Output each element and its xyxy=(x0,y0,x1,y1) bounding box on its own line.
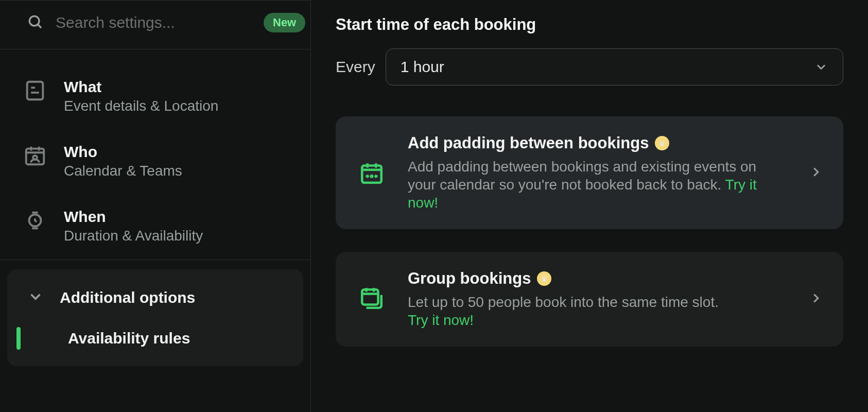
try-it-link[interactable]: Try it now! xyxy=(408,312,474,328)
new-badge: New xyxy=(264,13,305,32)
card-title: Add padding between bookings xyxy=(408,134,649,152)
section-title: Start time of each booking xyxy=(336,15,843,34)
search-icon xyxy=(27,13,43,32)
nav-subtitle: Calendar & Teams xyxy=(64,163,182,179)
nav-item-what[interactable]: What Event details & Location xyxy=(0,65,310,130)
calendar-padding-icon xyxy=(358,160,385,186)
select-value: 1 hour xyxy=(401,58,444,76)
svg-rect-2 xyxy=(27,82,43,100)
card-add-padding[interactable]: Add padding between bookings ♛ Add paddi… xyxy=(336,116,843,229)
chevron-right-icon xyxy=(808,290,824,308)
chevron-right-icon xyxy=(808,164,824,182)
nav-list: What Event details & Location Who Calend… xyxy=(0,49,310,260)
svg-rect-5 xyxy=(26,149,44,165)
active-indicator xyxy=(16,327,21,350)
search-input[interactable] xyxy=(56,14,251,31)
svg-point-0 xyxy=(29,16,39,26)
main-content: Start time of each booking Every 1 hour … xyxy=(311,0,868,412)
additional-options-toggle[interactable]: Additional options xyxy=(7,284,303,323)
chevron-down-icon xyxy=(814,60,828,74)
interval-select[interactable]: 1 hour xyxy=(386,48,843,85)
nav-title: When xyxy=(64,208,203,226)
watch-icon xyxy=(23,208,47,233)
interval-row: Every 1 hour xyxy=(336,48,843,85)
svg-rect-11 xyxy=(362,165,381,182)
svg-rect-16 xyxy=(362,289,378,304)
nav-title: What xyxy=(64,78,218,96)
nav-item-who[interactable]: Who Calendar & Teams xyxy=(0,130,310,195)
calendar-person-icon xyxy=(23,143,47,168)
nav-subtitle: Event details & Location xyxy=(64,98,218,114)
nav-subtitle: Duration & Availability xyxy=(64,228,203,244)
nav-item-when[interactable]: When Duration & Availability xyxy=(0,195,310,260)
sub-panel: Additional options Availability rules xyxy=(7,269,303,366)
sidebar-item-availability-rules[interactable]: Availability rules xyxy=(7,323,303,356)
card-title: Group bookings xyxy=(408,269,531,288)
card-group-bookings[interactable]: Group bookings ♛ Let up to 50 people boo… xyxy=(336,252,843,347)
additional-options-label: Additional options xyxy=(60,289,195,306)
interval-label: Every xyxy=(336,58,375,76)
calendar-stack-icon xyxy=(358,286,385,313)
crown-icon: ♛ xyxy=(537,271,551,286)
crown-icon: ♛ xyxy=(655,136,669,150)
sidebar-item-label: Availability rules xyxy=(68,330,190,347)
card-description: Add padding between bookings and existin… xyxy=(408,158,786,212)
chevron-down-icon xyxy=(27,288,44,307)
card-description: Let up to 50 people book into the same t… xyxy=(408,293,786,329)
document-icon xyxy=(23,78,47,103)
sidebar: New What Event details & Location Who Ca… xyxy=(0,0,311,412)
search-row: New xyxy=(0,1,310,49)
svg-point-15 xyxy=(371,176,373,177)
nav-title: Who xyxy=(64,143,182,161)
svg-line-1 xyxy=(38,25,41,28)
